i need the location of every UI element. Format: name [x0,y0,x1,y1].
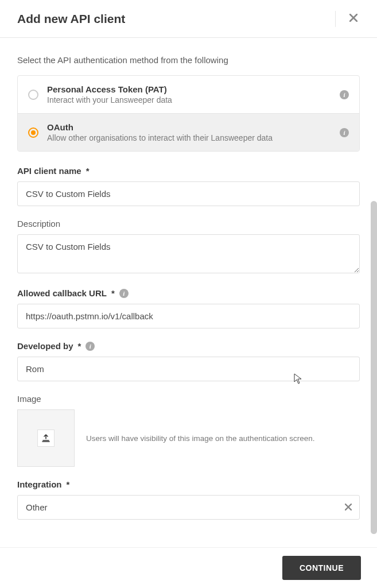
auth-option-title: OAuth [47,122,331,132]
info-icon[interactable]: i [85,342,95,351]
description-group: Description CSV to Custom Fields [17,219,360,276]
header-divider [335,11,336,27]
modal-title: Add new API client [17,12,125,26]
auth-option-title: Personal Access Token (PAT) [47,84,331,94]
label-text: Integration [17,479,62,489]
client-name-label: API client name * [17,166,360,176]
required-mark: * [111,288,115,298]
client-name-input[interactable] [17,181,360,206]
auth-option-desc: Interact with your Lansweeper data [47,95,331,105]
radio-pat[interactable] [28,90,38,100]
image-group: Image Users will have visibility of this… [17,394,360,467]
developed-by-input[interactable] [17,357,360,381]
close-area [335,10,360,27]
client-name-group: API client name * [17,166,360,206]
image-section: Users will have visibility of this image… [17,409,360,467]
info-icon[interactable]: i [340,128,349,137]
modal-body: Select the API authentication method fro… [0,38,377,588]
image-label: Image [17,394,360,404]
description-label: Description [17,219,360,229]
info-icon[interactable]: i [340,90,349,99]
required-mark: * [67,479,70,489]
description-textarea[interactable]: CSV to Custom Fields [17,234,360,273]
auth-text: OAuth Allow other organisations to inter… [47,122,331,142]
auth-text: Personal Access Token (PAT) Interact wit… [47,84,331,105]
auth-option-oauth[interactable]: OAuth Allow other organisations to inter… [18,113,359,151]
auth-method-group: Personal Access Token (PAT) Interact wit… [17,75,360,152]
upload-icon-wrap [37,430,55,447]
scrollbar[interactable] [371,201,377,534]
scrollbar-thumb[interactable] [371,201,377,534]
integration-group: Integration * [17,479,360,520]
label-text: Image [17,394,41,404]
developed-by-label: Developed by * i [17,341,360,351]
developed-by-group: Developed by * i [17,341,360,381]
label-text: Allowed callback URL [17,288,107,298]
radio-oauth[interactable] [28,127,38,138]
upload-icon [42,434,50,442]
required-mark: * [78,341,81,351]
integration-select-wrap [17,495,360,520]
label-text: API client name [17,166,81,176]
modal-footer: CONTINUE [0,547,377,588]
add-api-client-modal: Add new API client Select the API authen… [0,0,377,588]
modal-header: Add new API client [0,0,377,38]
intro-text: Select the API authentication method fro… [17,55,360,65]
callback-url-input[interactable] [17,304,360,328]
required-mark: * [86,166,90,176]
continue-button[interactable]: CONTINUE [282,556,361,580]
image-upload-button[interactable] [17,409,75,467]
label-text: Developed by [17,341,73,351]
auth-option-pat[interactable]: Personal Access Token (PAT) Interact wit… [18,76,359,113]
callback-url-group: Allowed callback URL * i [17,288,360,328]
close-icon[interactable] [347,10,360,27]
integration-select[interactable] [17,495,360,520]
auth-option-desc: Allow other organisations to interact wi… [47,133,331,142]
image-hint: Users will have visibility of this image… [86,434,314,443]
info-icon[interactable]: i [119,289,129,298]
label-text: Description [17,219,60,229]
clear-icon[interactable] [345,502,352,513]
callback-url-label: Allowed callback URL * i [17,288,360,298]
integration-label: Integration * [17,479,360,489]
